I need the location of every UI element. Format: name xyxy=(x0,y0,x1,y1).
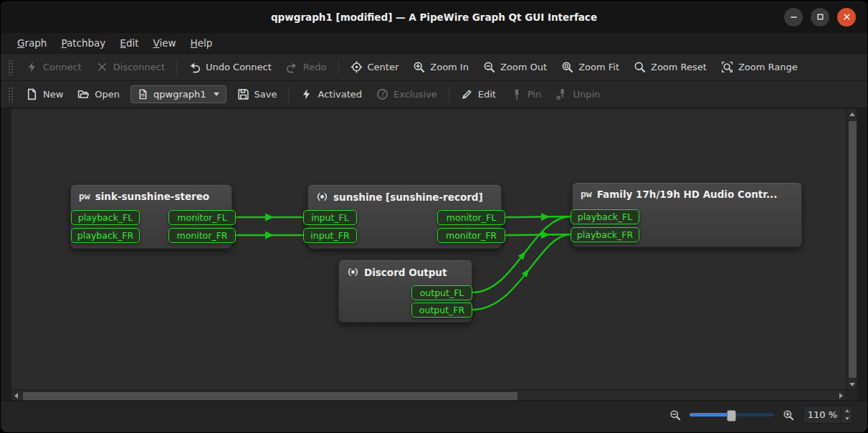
patchbay-profile-combo[interactable]: qpwgraph1 xyxy=(130,85,226,103)
statusbar-zoom-in-button[interactable] xyxy=(781,408,796,422)
menu-patchbay[interactable]: Patchbay xyxy=(54,35,112,51)
port-input_FR[interactable]: input_FR xyxy=(303,228,357,243)
zoom-slider[interactable] xyxy=(690,407,774,423)
horizontal-scroll-thumb[interactable] xyxy=(22,391,518,401)
menu-graph[interactable]: Graph xyxy=(11,35,53,51)
wire-output_FR-playback_FR[interactable] xyxy=(472,234,571,310)
triangle-down-icon xyxy=(845,417,849,420)
minimize-button[interactable] xyxy=(784,8,803,27)
wire-arrow-icon xyxy=(265,232,274,239)
pin-button[interactable]: Pin xyxy=(504,85,548,104)
slider-handle[interactable] xyxy=(727,410,736,422)
edit-button[interactable]: Edit xyxy=(454,85,502,104)
activated-button[interactable]: Activated xyxy=(294,85,368,104)
port-playback_FL[interactable]: playback_FL xyxy=(571,209,639,224)
toolbar-drag-handle[interactable] xyxy=(8,60,14,75)
zoom-reset-icon xyxy=(634,61,646,73)
port-playback_FL[interactable]: playback_FL xyxy=(71,210,140,225)
exclusive-button[interactable]: f Exclusive xyxy=(370,85,444,104)
wire-monitor_FL-playback_FL[interactable] xyxy=(505,217,571,217)
graph-toolbar: Connect Disconnect Undo Connect Redo Cen… xyxy=(1,54,867,81)
patchbay-file-icon xyxy=(138,89,148,100)
exclusive-label: Exclusive xyxy=(394,89,437,100)
new-label: New xyxy=(43,89,63,100)
redo-label: Redo xyxy=(303,62,327,72)
horizontal-scrollbar[interactable] xyxy=(11,390,846,401)
unpin-button[interactable]: Unpin xyxy=(549,85,606,104)
vertical-scroll-thumb[interactable] xyxy=(848,120,857,379)
undo-connect-button[interactable]: Undo Connect xyxy=(182,57,278,77)
menubar: Graph Patchbay Edit View Help xyxy=(1,33,867,54)
maximize-button[interactable] xyxy=(811,8,829,27)
scroll-right-button[interactable] xyxy=(836,391,846,400)
chevron-down-icon xyxy=(214,92,219,96)
save-button[interactable]: Save xyxy=(231,85,284,104)
central-widget: pw sink-sunshine-stereo sunshine [sunshi… xyxy=(11,108,857,401)
toolbar-drag-handle[interactable] xyxy=(8,87,14,103)
zoom-range-button[interactable]: Zoom Range xyxy=(715,57,804,77)
toolbar-separator xyxy=(449,87,449,103)
vertical-scrollbar[interactable] xyxy=(846,108,857,390)
menu-view[interactable]: View xyxy=(147,35,183,51)
graph-canvas[interactable]: pw sink-sunshine-stereo sunshine [sunshi… xyxy=(11,108,846,390)
zoom-fit-label: Zoom Fit xyxy=(578,62,619,72)
scroll-up-button[interactable] xyxy=(847,109,857,119)
zoom-out-icon xyxy=(483,61,495,73)
zoom-reset-button[interactable]: Zoom Reset xyxy=(627,57,713,77)
spin-down-button[interactable] xyxy=(841,415,852,424)
connect-button[interactable]: Connect xyxy=(19,57,88,77)
center-button[interactable]: Center xyxy=(344,57,406,77)
port-output_FL[interactable]: output_FL xyxy=(411,285,472,300)
zoom-in-label: Zoom In xyxy=(430,62,469,72)
disconnect-button[interactable]: Disconnect xyxy=(90,57,171,77)
menu-help[interactable]: Help xyxy=(184,35,219,51)
toolbar-separator xyxy=(338,60,339,75)
port-playback_FR[interactable]: playback_FR xyxy=(571,227,639,242)
maximize-icon xyxy=(815,11,826,22)
port-monitor_FR[interactable]: monitor_FR xyxy=(437,228,505,243)
spin-up-button[interactable] xyxy=(841,406,852,415)
close-button[interactable] xyxy=(837,8,856,27)
patchbay-profile-value: qpwgraph1 xyxy=(153,89,206,100)
port-monitor_FL[interactable]: monitor_FL xyxy=(437,210,505,225)
triangle-up-icon xyxy=(849,113,855,116)
save-icon xyxy=(237,88,249,100)
qpwgraph-window: qpwgraph1 [modified] — A PipeWire Graph … xyxy=(0,0,868,433)
zoom-out-label: Zoom Out xyxy=(500,62,547,72)
zoom-reset-label: Zoom Reset xyxy=(651,62,707,72)
statusbar: 110 % xyxy=(1,401,867,432)
scroll-down-button[interactable] xyxy=(847,379,857,389)
zoom-in-button[interactable]: Zoom In xyxy=(406,57,475,77)
edit-label: Edit xyxy=(478,89,496,100)
port-monitor_FR[interactable]: monitor_FR xyxy=(168,228,236,243)
menu-edit[interactable]: Edit xyxy=(113,35,145,51)
scroll-left-button[interactable] xyxy=(11,391,21,400)
redo-button[interactable]: Redo xyxy=(280,57,333,77)
triangle-down-icon xyxy=(849,383,855,386)
toolbar-separator xyxy=(176,60,177,75)
zoom-range-label: Zoom Range xyxy=(738,62,798,72)
zoom-out-button[interactable]: Zoom Out xyxy=(477,57,553,77)
port-monitor_FL[interactable]: monitor_FL xyxy=(168,210,236,225)
connection-wires-layer xyxy=(11,109,846,390)
zoom-value[interactable]: 110 % xyxy=(803,406,841,423)
statusbar-zoom-out-button[interactable] xyxy=(668,408,682,422)
center-icon xyxy=(350,61,363,73)
port-playback_FR[interactable]: playback_FR xyxy=(71,228,140,243)
triangle-left-icon xyxy=(14,393,18,399)
zoom-fit-button[interactable]: Zoom Fit xyxy=(555,57,626,77)
open-button[interactable]: Open xyxy=(71,85,126,104)
open-label: Open xyxy=(95,89,120,100)
zoom-spinbox[interactable]: 110 % xyxy=(803,406,853,424)
titlebar[interactable]: qpwgraph1 [modified] — A PipeWire Graph … xyxy=(1,1,867,33)
port-input_FL[interactable]: input_FL xyxy=(303,210,357,225)
center-label: Center xyxy=(368,62,399,72)
new-button[interactable]: New xyxy=(19,85,70,104)
pin-icon xyxy=(510,88,523,100)
save-label: Save xyxy=(254,89,277,100)
wire-arrow-icon xyxy=(541,231,550,239)
close-icon xyxy=(841,11,852,22)
slider-fill xyxy=(690,413,730,417)
port-output_FR[interactable]: output_FR xyxy=(411,303,472,318)
zoom-range-icon xyxy=(721,61,733,73)
